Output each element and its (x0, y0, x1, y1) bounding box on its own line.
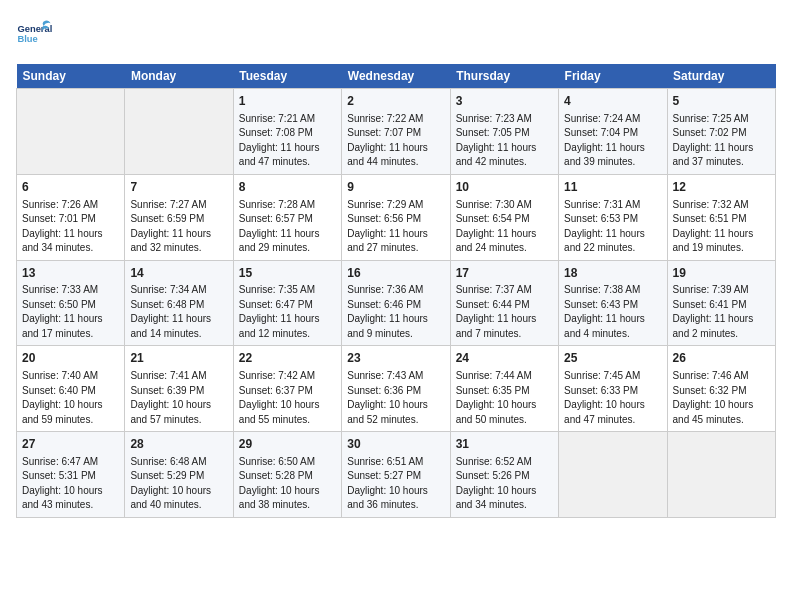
day-info: Sunrise: 7:26 AM Sunset: 7:01 PM Dayligh… (22, 198, 119, 256)
day-info: Sunrise: 7:37 AM Sunset: 6:44 PM Dayligh… (456, 283, 553, 341)
col-header-sunday: Sunday (17, 64, 125, 89)
day-info: Sunrise: 7:27 AM Sunset: 6:59 PM Dayligh… (130, 198, 227, 256)
day-number: 15 (239, 265, 336, 282)
day-number: 1 (239, 93, 336, 110)
day-info: Sunrise: 7:35 AM Sunset: 6:47 PM Dayligh… (239, 283, 336, 341)
calendar-cell: 2Sunrise: 7:22 AM Sunset: 7:07 PM Daylig… (342, 89, 450, 175)
calendar-cell: 27Sunrise: 6:47 AM Sunset: 5:31 PM Dayli… (17, 432, 125, 518)
day-info: Sunrise: 6:51 AM Sunset: 5:27 PM Dayligh… (347, 455, 444, 513)
calendar-cell: 3Sunrise: 7:23 AM Sunset: 7:05 PM Daylig… (450, 89, 558, 175)
day-info: Sunrise: 7:44 AM Sunset: 6:35 PM Dayligh… (456, 369, 553, 427)
day-number: 23 (347, 350, 444, 367)
calendar-cell: 10Sunrise: 7:30 AM Sunset: 6:54 PM Dayli… (450, 174, 558, 260)
day-info: Sunrise: 6:52 AM Sunset: 5:26 PM Dayligh… (456, 455, 553, 513)
day-number: 12 (673, 179, 770, 196)
day-number: 24 (456, 350, 553, 367)
calendar-cell: 14Sunrise: 7:34 AM Sunset: 6:48 PM Dayli… (125, 260, 233, 346)
day-info: Sunrise: 7:33 AM Sunset: 6:50 PM Dayligh… (22, 283, 119, 341)
col-header-monday: Monday (125, 64, 233, 89)
day-number: 30 (347, 436, 444, 453)
calendar-cell: 23Sunrise: 7:43 AM Sunset: 6:36 PM Dayli… (342, 346, 450, 432)
day-info: Sunrise: 6:48 AM Sunset: 5:29 PM Dayligh… (130, 455, 227, 513)
calendar-cell: 31Sunrise: 6:52 AM Sunset: 5:26 PM Dayli… (450, 432, 558, 518)
calendar-cell: 28Sunrise: 6:48 AM Sunset: 5:29 PM Dayli… (125, 432, 233, 518)
calendar-cell: 25Sunrise: 7:45 AM Sunset: 6:33 PM Dayli… (559, 346, 667, 432)
svg-text:General: General (17, 24, 52, 34)
day-number: 22 (239, 350, 336, 367)
calendar-cell (559, 432, 667, 518)
day-info: Sunrise: 7:40 AM Sunset: 6:40 PM Dayligh… (22, 369, 119, 427)
day-number: 5 (673, 93, 770, 110)
day-number: 19 (673, 265, 770, 282)
calendar-cell: 16Sunrise: 7:36 AM Sunset: 6:46 PM Dayli… (342, 260, 450, 346)
logo: General Blue (16, 16, 52, 52)
calendar-cell: 12Sunrise: 7:32 AM Sunset: 6:51 PM Dayli… (667, 174, 775, 260)
logo-icon: General Blue (16, 16, 52, 52)
calendar-cell: 29Sunrise: 6:50 AM Sunset: 5:28 PM Dayli… (233, 432, 341, 518)
calendar-week-row: 20Sunrise: 7:40 AM Sunset: 6:40 PM Dayli… (17, 346, 776, 432)
calendar-cell (667, 432, 775, 518)
calendar-cell: 21Sunrise: 7:41 AM Sunset: 6:39 PM Dayli… (125, 346, 233, 432)
day-number: 4 (564, 93, 661, 110)
day-info: Sunrise: 7:39 AM Sunset: 6:41 PM Dayligh… (673, 283, 770, 341)
day-number: 17 (456, 265, 553, 282)
day-info: Sunrise: 7:36 AM Sunset: 6:46 PM Dayligh… (347, 283, 444, 341)
day-info: Sunrise: 7:34 AM Sunset: 6:48 PM Dayligh… (130, 283, 227, 341)
day-number: 3 (456, 93, 553, 110)
day-number: 25 (564, 350, 661, 367)
calendar-cell (125, 89, 233, 175)
calendar-week-row: 6Sunrise: 7:26 AM Sunset: 7:01 PM Daylig… (17, 174, 776, 260)
day-info: Sunrise: 7:32 AM Sunset: 6:51 PM Dayligh… (673, 198, 770, 256)
calendar-cell: 26Sunrise: 7:46 AM Sunset: 6:32 PM Dayli… (667, 346, 775, 432)
day-number: 6 (22, 179, 119, 196)
col-header-thursday: Thursday (450, 64, 558, 89)
day-number: 18 (564, 265, 661, 282)
calendar-cell: 30Sunrise: 6:51 AM Sunset: 5:27 PM Dayli… (342, 432, 450, 518)
day-number: 28 (130, 436, 227, 453)
day-info: Sunrise: 6:50 AM Sunset: 5:28 PM Dayligh… (239, 455, 336, 513)
day-number: 13 (22, 265, 119, 282)
calendar-cell: 9Sunrise: 7:29 AM Sunset: 6:56 PM Daylig… (342, 174, 450, 260)
calendar-cell: 19Sunrise: 7:39 AM Sunset: 6:41 PM Dayli… (667, 260, 775, 346)
day-info: Sunrise: 7:28 AM Sunset: 6:57 PM Dayligh… (239, 198, 336, 256)
calendar-table: SundayMondayTuesdayWednesdayThursdayFrid… (16, 64, 776, 518)
calendar-week-row: 13Sunrise: 7:33 AM Sunset: 6:50 PM Dayli… (17, 260, 776, 346)
calendar-cell (17, 89, 125, 175)
day-info: Sunrise: 7:25 AM Sunset: 7:02 PM Dayligh… (673, 112, 770, 170)
calendar-week-row: 27Sunrise: 6:47 AM Sunset: 5:31 PM Dayli… (17, 432, 776, 518)
day-number: 26 (673, 350, 770, 367)
day-number: 11 (564, 179, 661, 196)
day-number: 14 (130, 265, 227, 282)
day-number: 10 (456, 179, 553, 196)
day-info: Sunrise: 7:29 AM Sunset: 6:56 PM Dayligh… (347, 198, 444, 256)
day-number: 21 (130, 350, 227, 367)
calendar-cell: 5Sunrise: 7:25 AM Sunset: 7:02 PM Daylig… (667, 89, 775, 175)
calendar-cell: 4Sunrise: 7:24 AM Sunset: 7:04 PM Daylig… (559, 89, 667, 175)
calendar-cell: 1Sunrise: 7:21 AM Sunset: 7:08 PM Daylig… (233, 89, 341, 175)
calendar-header-row: SundayMondayTuesdayWednesdayThursdayFrid… (17, 64, 776, 89)
day-info: Sunrise: 7:22 AM Sunset: 7:07 PM Dayligh… (347, 112, 444, 170)
day-info: Sunrise: 7:41 AM Sunset: 6:39 PM Dayligh… (130, 369, 227, 427)
day-info: Sunrise: 7:21 AM Sunset: 7:08 PM Dayligh… (239, 112, 336, 170)
day-number: 16 (347, 265, 444, 282)
day-info: Sunrise: 7:30 AM Sunset: 6:54 PM Dayligh… (456, 198, 553, 256)
day-info: Sunrise: 7:45 AM Sunset: 6:33 PM Dayligh… (564, 369, 661, 427)
day-number: 29 (239, 436, 336, 453)
day-info: Sunrise: 7:43 AM Sunset: 6:36 PM Dayligh… (347, 369, 444, 427)
calendar-cell: 22Sunrise: 7:42 AM Sunset: 6:37 PM Dayli… (233, 346, 341, 432)
calendar-cell: 7Sunrise: 7:27 AM Sunset: 6:59 PM Daylig… (125, 174, 233, 260)
day-number: 7 (130, 179, 227, 196)
calendar-cell: 13Sunrise: 7:33 AM Sunset: 6:50 PM Dayli… (17, 260, 125, 346)
page-header: General Blue (16, 16, 776, 52)
col-header-wednesday: Wednesday (342, 64, 450, 89)
day-number: 27 (22, 436, 119, 453)
day-info: Sunrise: 7:38 AM Sunset: 6:43 PM Dayligh… (564, 283, 661, 341)
col-header-saturday: Saturday (667, 64, 775, 89)
day-info: Sunrise: 7:24 AM Sunset: 7:04 PM Dayligh… (564, 112, 661, 170)
calendar-cell: 15Sunrise: 7:35 AM Sunset: 6:47 PM Dayli… (233, 260, 341, 346)
day-info: Sunrise: 7:23 AM Sunset: 7:05 PM Dayligh… (456, 112, 553, 170)
day-number: 31 (456, 436, 553, 453)
svg-text:Blue: Blue (17, 34, 37, 44)
calendar-cell: 17Sunrise: 7:37 AM Sunset: 6:44 PM Dayli… (450, 260, 558, 346)
calendar-cell: 11Sunrise: 7:31 AM Sunset: 6:53 PM Dayli… (559, 174, 667, 260)
